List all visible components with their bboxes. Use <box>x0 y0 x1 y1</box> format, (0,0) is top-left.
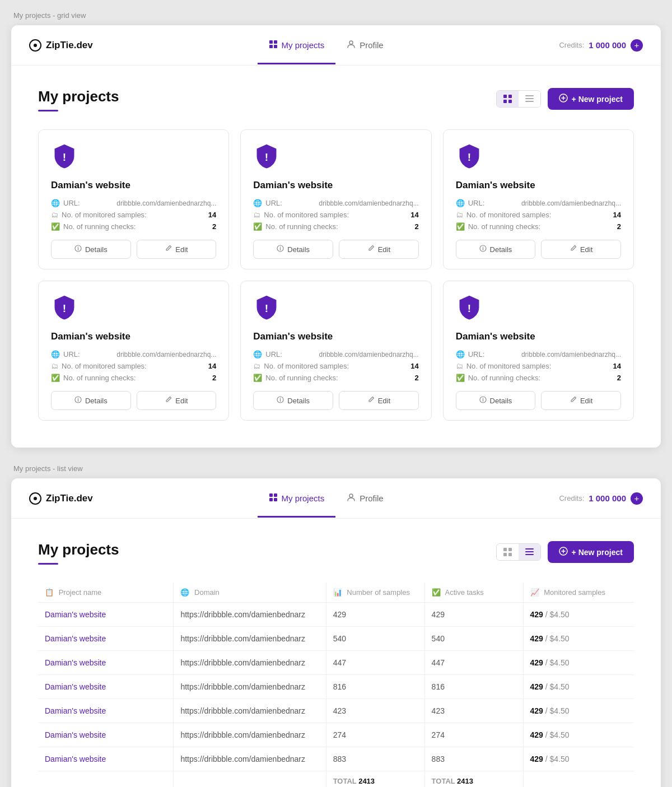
card-running-row: ✅ No. of running checks: 2 <box>51 222 216 231</box>
svg-text:!: ! <box>63 302 66 314</box>
card-meta: 🌐 URL: dribbble.com/damienbednarzhq... 🗂… <box>253 199 418 231</box>
monitored-icon: 🗂 <box>253 211 260 219</box>
logo-grid: ZipTie.dev <box>29 39 93 52</box>
svg-rect-2 <box>269 45 273 48</box>
url-value: dribbble.com/damienbednarzhq... <box>521 199 621 207</box>
nav-my-projects-list[interactable]: My projects <box>258 481 336 518</box>
details-btn[interactable]: Details <box>456 391 536 410</box>
details-icon <box>479 396 487 405</box>
project-card: ! Damian's website 🌐 URL: dribbble.com/d… <box>38 129 229 269</box>
page-title-underline-grid <box>38 110 58 111</box>
svg-rect-32 <box>274 493 277 497</box>
credits-add-btn-grid[interactable]: + <box>631 39 643 52</box>
card-title: Damian's website <box>51 331 216 342</box>
cell-project-name: Damian's website <box>38 675 174 699</box>
grid-view-btn[interactable] <box>497 91 519 107</box>
project-name-link[interactable]: Damian's website <box>45 610 106 619</box>
details-btn[interactable]: Details <box>51 391 131 410</box>
project-name-link[interactable]: Damian's website <box>45 730 106 739</box>
url-label: URL: <box>468 199 485 207</box>
monitored-icon: 🗂 <box>51 362 58 370</box>
url-value: dribbble.com/damienbednarzhq... <box>116 199 216 207</box>
card-title: Damian's website <box>456 180 621 191</box>
running-value: 2 <box>414 374 418 382</box>
card-meta: 🌐 URL: dribbble.com/damienbednarzhq... 🗂… <box>51 350 216 382</box>
edit-btn[interactable]: Edit <box>339 391 419 410</box>
monitored-value: 14 <box>208 362 216 370</box>
shield-icon: ! <box>456 143 483 170</box>
svg-rect-33 <box>269 498 273 501</box>
view-toggle-grid <box>496 90 541 108</box>
url-value: dribbble.com/damienbednarzhq... <box>521 351 621 358</box>
running-label: No. of running checks: <box>63 222 136 231</box>
credits-add-btn-list[interactable]: + <box>631 492 643 505</box>
cell-domain: https://dribbble.com/damienbednarz <box>174 651 326 675</box>
running-icon: ✅ <box>253 374 262 382</box>
project-name-link[interactable]: Damian's website <box>45 634 106 643</box>
edit-btn[interactable]: Edit <box>339 240 419 259</box>
col-header-samples: 📊 Number of samples <box>326 583 424 603</box>
project-card: ! Damian's website 🌐 URL: dribbble.com/d… <box>443 129 634 269</box>
edit-btn[interactable]: Edit <box>137 240 217 259</box>
details-btn[interactable]: Details <box>51 240 131 259</box>
cell-samples: 447 <box>326 651 424 675</box>
nav-links-list: My projects Profile <box>93 480 559 517</box>
card-actions: Details Edit <box>51 240 216 259</box>
main-content-list: My projects + New project <box>11 519 661 787</box>
card-meta: 🌐 URL: dribbble.com/damienbednarzhq... 🗂… <box>253 350 418 382</box>
monitored-label: No. of monitored samples: <box>466 362 552 370</box>
logo-list: ZipTie.dev <box>29 492 93 505</box>
cell-monitored: 429 / $4.50 <box>523 651 634 675</box>
edit-icon <box>570 396 577 405</box>
cell-monitored: 429 / $4.50 <box>523 723 634 747</box>
new-project-btn-grid[interactable]: + New project <box>548 88 634 110</box>
url-icon: 🌐 <box>456 199 465 207</box>
logo-text: ZipTie.dev <box>46 40 93 51</box>
cell-samples: 883 <box>326 747 424 771</box>
url-label: URL: <box>265 350 282 358</box>
page-title-block-grid: My projects <box>38 88 119 111</box>
edit-btn[interactable]: Edit <box>541 240 621 259</box>
project-name-link[interactable]: Damian's website <box>45 706 106 715</box>
details-icon <box>479 245 487 254</box>
svg-rect-39 <box>508 553 512 556</box>
monitored-value: 14 <box>410 211 418 219</box>
edit-btn[interactable]: Edit <box>541 391 621 410</box>
running-label: No. of running checks: <box>468 374 540 382</box>
grid-view-btn-list[interactable] <box>497 544 519 560</box>
page-actions-grid: + New project <box>496 88 634 110</box>
running-icon: ✅ <box>253 222 262 231</box>
shield-icon: ! <box>456 295 483 322</box>
nav-profile-grid[interactable]: Profile <box>335 27 395 64</box>
projects-grid: ! Damian's website 🌐 URL: dribbble.com/d… <box>38 129 634 421</box>
details-btn[interactable]: Details <box>253 391 333 410</box>
project-name-link[interactable]: Damian's website <box>45 682 106 691</box>
svg-rect-31 <box>269 493 273 497</box>
details-btn[interactable]: Details <box>253 240 333 259</box>
project-card: ! Damian's website 🌐 URL: dribbble.com/d… <box>240 281 431 421</box>
cell-monitored: 429 / $4.50 <box>523 627 634 651</box>
svg-point-18 <box>280 246 281 248</box>
project-card: ! Damian's website 🌐 URL: dribbble.com/d… <box>443 281 634 421</box>
cell-domain: https://dribbble.com/damienbednarz <box>174 723 326 747</box>
edit-btn[interactable]: Edit <box>137 391 217 410</box>
list-view-btn-grid[interactable] <box>519 91 540 107</box>
running-value: 2 <box>617 222 621 231</box>
project-name-link[interactable]: Damian's website <box>45 755 106 763</box>
running-label: No. of running checks: <box>265 374 338 382</box>
running-icon: ✅ <box>456 222 465 231</box>
projects-nav-icon <box>269 40 278 50</box>
details-btn[interactable]: Details <box>456 240 536 259</box>
monitored-value: 14 <box>208 211 216 219</box>
url-value: dribbble.com/damienbednarzhq... <box>319 351 419 358</box>
list-view-btn-active[interactable] <box>519 544 540 560</box>
nav-profile-list[interactable]: Profile <box>335 481 395 518</box>
svg-rect-1 <box>274 40 277 44</box>
cell-samples: 540 <box>326 627 424 651</box>
nav-my-projects-grid[interactable]: My projects <box>258 27 336 64</box>
svg-rect-38 <box>503 553 507 556</box>
new-project-btn-list[interactable]: + New project <box>548 541 634 563</box>
cell-active: 816 <box>424 675 523 699</box>
project-name-link[interactable]: Damian's website <box>45 658 106 667</box>
svg-point-21 <box>482 246 483 248</box>
